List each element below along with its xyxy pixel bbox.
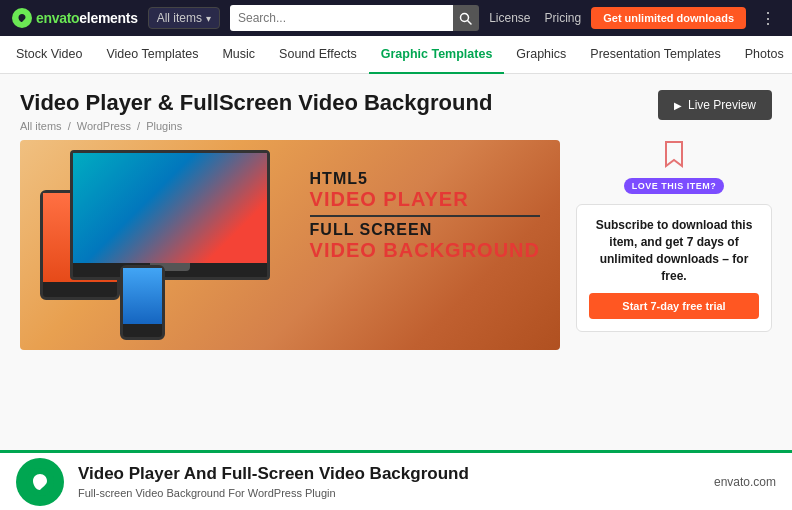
product-header: Video Player & FullScreen Video Backgrou… — [20, 90, 772, 132]
breadcrumb-all-items[interactable]: All items — [20, 120, 62, 132]
bookmark-icon[interactable] — [664, 140, 684, 168]
top-nav-links: License Pricing — [489, 11, 581, 25]
license-link[interactable]: License — [489, 11, 530, 25]
overlay-html5-text: HTML5 — [310, 170, 540, 188]
monitor-device — [70, 150, 270, 280]
nav-graphics[interactable]: Graphics — [504, 36, 578, 74]
search-button[interactable] — [453, 5, 480, 31]
svg-line-1 — [468, 20, 472, 24]
monitor-screen — [73, 153, 267, 262]
pricing-link[interactable]: Pricing — [545, 11, 582, 25]
product-text-overlay: HTML5 VIDEO PLAYER FULL SCREEN VIDEO BAC… — [310, 170, 540, 262]
phone-screen — [123, 268, 162, 323]
breadcrumb-wordpress[interactable]: WordPress — [77, 120, 131, 132]
bottom-domain: envato.com — [714, 475, 776, 489]
logo-icon — [12, 8, 32, 28]
bottom-info: Video Player And Full-Screen Video Backg… — [78, 464, 700, 498]
phone-device — [120, 265, 165, 340]
content-row: HTML5 VIDEO PLAYER FULL SCREEN VIDEO BAC… — [20, 140, 772, 450]
nav-sound-effects[interactable]: Sound Effects — [267, 36, 369, 74]
breadcrumb: All items / WordPress / Plugins — [20, 120, 492, 132]
nav-stock-video[interactable]: Stock Video — [16, 36, 94, 74]
nav-bar: Stock Video Video Templates Music Sound … — [0, 36, 792, 74]
all-items-dropdown[interactable]: All items — [148, 7, 220, 29]
logo[interactable]: envatoelements — [12, 8, 138, 28]
product-info: Video Player & FullScreen Video Backgrou… — [20, 90, 492, 132]
overlay-video-bg-text: VIDEO BACKGROUND — [310, 239, 540, 262]
product-image: HTML5 VIDEO PLAYER FULL SCREEN VIDEO BAC… — [20, 140, 560, 350]
bottom-logo — [16, 458, 64, 506]
overlay-divider — [310, 215, 540, 217]
bottom-subtitle: Full-screen Video Background For WordPre… — [78, 487, 700, 499]
product-title: Video Player & FullScreen Video Backgrou… — [20, 90, 492, 116]
more-menu-icon[interactable]: ⋮ — [756, 9, 780, 28]
sidebar-subscribe-box: Subscribe to download this item, and get… — [576, 204, 772, 331]
breadcrumb-plugins[interactable]: Plugins — [146, 120, 182, 132]
nav-presentation-templates[interactable]: Presentation Templates — [578, 36, 732, 74]
sidebar-header: LOVE THIS ITEM? — [576, 140, 772, 194]
sidebar: LOVE THIS ITEM? Subscribe to download th… — [576, 140, 772, 450]
overlay-fullscreen-text: FULL SCREEN — [310, 221, 540, 239]
logo-text: envatoelements — [36, 10, 138, 26]
product-image-inner: HTML5 VIDEO PLAYER FULL SCREEN VIDEO BAC… — [20, 140, 560, 350]
search-bar — [230, 5, 479, 31]
nav-video-templates[interactable]: Video Templates — [94, 36, 210, 74]
bottom-product-title: Video Player And Full-Screen Video Backg… — [78, 464, 700, 484]
overlay-video-player-text: VIDEO PLAYER — [310, 188, 540, 211]
love-badge: LOVE THIS ITEM? — [624, 178, 725, 194]
start-trial-button[interactable]: Start 7-day free trial — [589, 293, 759, 319]
monitor-screen-content — [73, 153, 267, 262]
live-preview-button[interactable]: Live Preview — [658, 90, 772, 120]
main-content: Video Player & FullScreen Video Backgrou… — [0, 74, 792, 450]
bottom-bar: Video Player And Full-Screen Video Backg… — [0, 450, 792, 510]
get-unlimited-button[interactable]: Get unlimited downloads — [591, 7, 746, 29]
top-bar: envatoelements All items License Pricing… — [0, 0, 792, 36]
search-input[interactable] — [230, 5, 453, 31]
nav-photos[interactable]: Photos — [733, 36, 792, 74]
nav-music[interactable]: Music — [210, 36, 267, 74]
nav-graphic-templates[interactable]: Graphic Templates — [369, 36, 505, 74]
sidebar-subscribe-title: Subscribe to download this item, and get… — [589, 217, 759, 284]
device-mockup — [40, 150, 310, 340]
